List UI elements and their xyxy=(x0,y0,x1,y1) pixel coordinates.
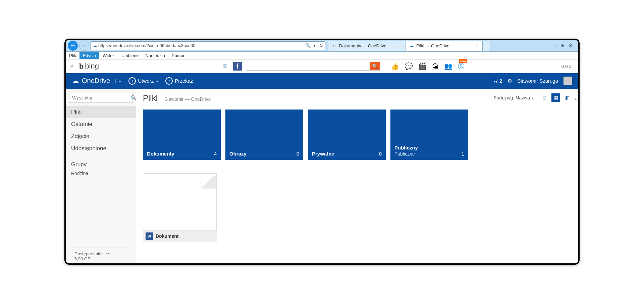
search-box[interactable]: 🔍 xyxy=(69,93,132,103)
menu-plik[interactable]: Plik xyxy=(66,52,79,59)
view-tiles-icon[interactable]: ▦ xyxy=(551,93,560,102)
breadcrumb-path[interactable]: Sławomir — OneDrive xyxy=(164,96,211,102)
folder-tile-prywatne[interactable]: Prywatne 0 xyxy=(308,110,386,160)
storage-label: Dostępne miejsce: xyxy=(74,251,127,256)
user-name[interactable]: Sławomir Szaruga xyxy=(517,78,558,84)
view-controls: Sortuj wg: Nazwa ⌄ ☰ ▦ ◧ xyxy=(493,93,572,102)
bing-search-input[interactable] xyxy=(246,62,370,70)
folder-count: 1 xyxy=(462,151,464,157)
skype-icon[interactable]: Ⓢ xyxy=(458,62,465,71)
menu-widok[interactable]: Widok xyxy=(99,52,118,59)
sidebar: 🔍 Pliki Ostatnie Zdjęcia Udostępnione Gr… xyxy=(66,89,136,263)
back-button[interactable]: ← xyxy=(68,41,78,51)
chevron-down-icon: ⌄ xyxy=(531,95,535,100)
toolbar-more-icon[interactable]: ooo xyxy=(561,63,576,69)
thumbs-up-icon[interactable]: 👍 xyxy=(391,62,399,70)
address-bar[interactable]: ☁ https://onedrive.live.com/?cid=e66bbdd… xyxy=(91,41,325,50)
sidebar-item-udostepnione[interactable]: Udostępnione xyxy=(66,142,136,155)
view-list-icon[interactable]: ☰ xyxy=(540,93,549,102)
tab-pliki[interactable]: ☁ Pliki — OneDrive × xyxy=(405,41,482,51)
tab-label: Dokumenty — OneDrive xyxy=(339,43,386,48)
reload-icon[interactable]: ↻ xyxy=(317,43,323,48)
toolbar-close-icon[interactable]: ✕ xyxy=(68,63,75,69)
menu-ulubione[interactable]: Ulubione xyxy=(118,52,142,59)
storage-value: 6,98 GB xyxy=(74,256,127,261)
tools-gear-icon[interactable]: ⚙ xyxy=(568,42,573,49)
create-button[interactable]: + Utwórz ⌄ xyxy=(128,77,159,85)
browser-menu-bar: Plik Edycja Widok Ulubione Narzędzia Pom… xyxy=(66,52,578,60)
folder-tile-obrazy[interactable]: Obrazy 0 xyxy=(225,110,303,160)
menu-narzedzia[interactable]: Narzędzia xyxy=(142,52,168,59)
onedrive-command-bar: ☁ OneDrive ⌄ + Utwórz ⌄ ↑ Przekaż 🗨 2 ⚙ … xyxy=(66,73,578,89)
ie-favicon-icon: e xyxy=(332,43,337,48)
weather-icon[interactable]: 🌤 xyxy=(432,62,439,70)
messages-button[interactable]: 🗨 2 xyxy=(493,78,502,84)
view-details-icon[interactable]: ◧ xyxy=(563,93,572,102)
page-title: Pliki xyxy=(143,93,158,103)
tab-dokumenty[interactable]: e Dokumenty — OneDrive xyxy=(328,41,405,51)
chat-icon[interactable]: 💬 xyxy=(405,62,413,70)
url-text: https://onedrive.live.com/?cid=e66bbddab… xyxy=(98,43,304,48)
menu-edycja[interactable]: Edycja xyxy=(79,52,99,59)
browser-tools: ⌂ ★ ⚙ xyxy=(550,42,576,49)
user-avatar[interactable] xyxy=(564,77,572,85)
sidebar-group-rodzina[interactable]: Rodzina xyxy=(66,169,136,177)
tab-strip: e Dokumenty — OneDrive ☁ Pliki — OneDriv… xyxy=(328,41,549,51)
window-frame: ← → ☁ https://onedrive.live.com/?cid=e66… xyxy=(64,39,580,265)
folder-sub: Publiczne xyxy=(394,151,415,157)
new-tab-button[interactable] xyxy=(482,41,490,51)
search-icon[interactable]: 🔍 xyxy=(131,95,137,100)
people-icon[interactable]: 👥 xyxy=(444,62,452,70)
file-tile-dokument[interactable]: W Dokument xyxy=(143,173,217,242)
folder-name: Obrazy xyxy=(229,151,247,157)
bing-search-box[interactable]: 🔍 xyxy=(246,62,380,71)
bing-label: bing xyxy=(85,62,99,71)
chat-bubble-icon: 🗨 xyxy=(493,78,498,84)
home-icon[interactable]: ⌂ xyxy=(553,43,557,49)
tab-close-icon[interactable]: × xyxy=(476,43,479,48)
folder-tile-dokumenty[interactable]: Dokumenty 4 xyxy=(143,110,221,160)
main-pane: Pliki Sławomir — OneDrive Sortuj wg: Naz… xyxy=(136,89,578,263)
message-count: 2 xyxy=(499,78,502,84)
sidebar-item-zdjecia[interactable]: Zdjęcia xyxy=(66,130,136,142)
mail-icon[interactable]: ✉ xyxy=(221,62,229,70)
chevron-down-icon[interactable]: ⌄ xyxy=(115,79,122,83)
folder-tile-publiczny[interactable]: Publiczny Publiczne 1 xyxy=(390,110,468,160)
sort-button[interactable]: Sortuj wg: Nazwa ⌄ xyxy=(493,95,535,100)
scroll-up-icon[interactable]: ▴ xyxy=(574,95,577,102)
search-icon[interactable]: 🔍 xyxy=(304,43,312,48)
search-input[interactable] xyxy=(72,95,131,100)
menu-pomoc[interactable]: Pomoc xyxy=(168,52,189,59)
url-dropdown-icon[interactable]: ▾ xyxy=(312,43,317,48)
folder-count: 0 xyxy=(297,151,299,157)
folder-count: 4 xyxy=(214,151,217,157)
sidebar-item-pliki[interactable]: Pliki xyxy=(66,106,136,118)
create-label: Utwórz xyxy=(138,78,154,84)
bing-search-go-icon[interactable]: 🔍 xyxy=(370,62,380,70)
bing-b-icon: b xyxy=(79,62,84,71)
browser-chrome: ← → ☁ https://onedrive.live.com/?cid=e66… xyxy=(66,40,578,52)
onedrive-favicon-icon: ☁ xyxy=(409,43,414,48)
sidebar-item-ostatnie[interactable]: Ostatnie xyxy=(66,118,136,130)
facebook-icon[interactable]: f xyxy=(233,62,242,71)
upload-button[interactable]: ↑ Przekaż xyxy=(165,77,193,85)
storage-info: Dostępne miejsce: 6,98 GB xyxy=(69,248,132,263)
folder-name: Publiczny xyxy=(394,145,418,150)
bing-logo[interactable]: b bing xyxy=(79,62,99,71)
folder-name: Prywatne xyxy=(312,151,334,157)
word-file-icon: W xyxy=(146,232,153,240)
brand-label: OneDrive xyxy=(82,77,110,85)
settings-gear-icon[interactable]: ⚙ xyxy=(507,78,512,84)
sidebar-groups-header: Grupy xyxy=(66,155,136,169)
upload-icon: ↑ xyxy=(165,77,173,85)
file-name: Dokument xyxy=(156,233,178,239)
video-icon[interactable]: 🎬 xyxy=(418,62,427,70)
onedrive-brand[interactable]: ☁ OneDrive ⌄ xyxy=(72,77,122,85)
plus-icon: + xyxy=(128,77,136,85)
chevron-down-icon: ⌄ xyxy=(156,79,159,83)
bing-toolbar: ✕ b bing ✉ f 🔍 👍 💬 🎬 🌤 👥 Ⓢ ooo xyxy=(66,60,578,73)
favorites-icon[interactable]: ★ xyxy=(560,42,565,49)
file-label-bar: W Dokument xyxy=(143,230,217,242)
forward-button[interactable]: → xyxy=(79,41,89,51)
folder-tiles: Dokumenty 4 Obrazy 0 Prywatne 0 Publiczn… xyxy=(143,110,572,160)
